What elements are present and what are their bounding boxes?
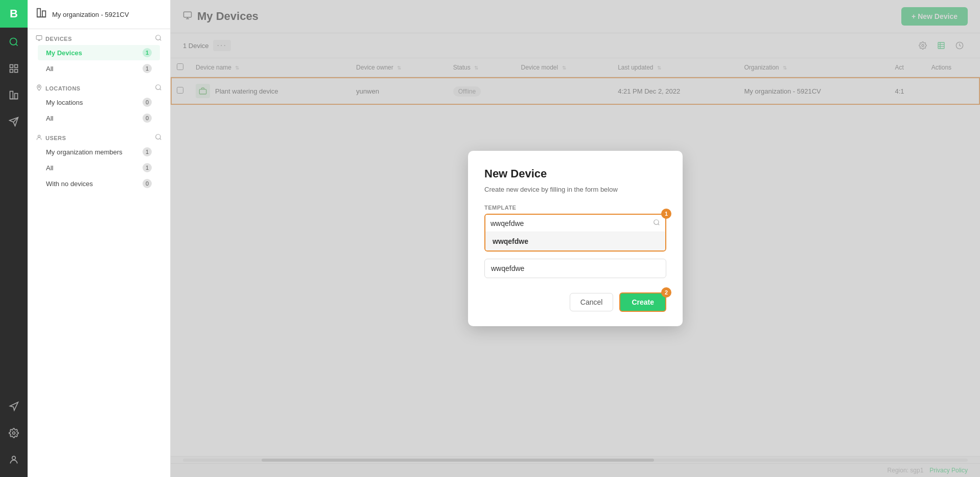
locations-section-title: LOCATIONS [36, 84, 80, 92]
icon-bar-bottom [0, 392, 28, 477]
locations-section-icon [36, 84, 42, 92]
nav-search[interactable] [0, 30, 28, 54]
svg-rect-2 [10, 65, 13, 68]
template-dropdown-item[interactable]: wwqefdwe [485, 232, 665, 251]
all-users-badge: 1 [143, 163, 152, 172]
template-dropdown-wrapper: wwqefdwe [484, 214, 666, 252]
all-locations-badge: 0 [143, 113, 152, 123]
modal-actions: Cancel Create 2 [484, 292, 666, 312]
template-input-row [485, 215, 665, 232]
all-locations-label: All [46, 115, 53, 122]
svg-point-25 [156, 134, 160, 139]
nav-megaphone[interactable] [0, 394, 28, 419]
svg-point-22 [156, 85, 160, 89]
svg-rect-13 [37, 9, 40, 17]
org-name: My organization - 5921CV [52, 11, 129, 18]
step2-badge: 2 [661, 287, 671, 298]
svg-point-19 [156, 35, 160, 40]
svg-line-1 [16, 44, 18, 46]
svg-rect-3 [15, 65, 18, 68]
cancel-button[interactable]: Cancel [570, 293, 614, 311]
all-devices-label: All [46, 65, 53, 73]
org-icon [36, 7, 47, 21]
svg-rect-4 [10, 70, 13, 73]
template-field-label: TEMPLATE [484, 205, 666, 211]
sidebar-item-all-locations[interactable]: All 0 [38, 110, 160, 126]
sidebar-item-all-users[interactable]: All 1 [38, 160, 160, 175]
devices-section-icon [36, 35, 42, 42]
devices-search-icon[interactable] [155, 34, 162, 43]
users-section-icon [36, 134, 42, 142]
svg-line-26 [160, 139, 161, 140]
with-no-devices-badge: 0 [143, 179, 152, 188]
org-header[interactable]: My organization - 5921CV [28, 0, 170, 29]
sidebar: My organization - 5921CV DEVICES My Devi… [28, 0, 171, 477]
sidebar-item-with-no-devices[interactable]: With no devices 0 [38, 176, 160, 191]
sidebar-item-all-devices[interactable]: All 1 [38, 61, 160, 76]
with-no-devices-label: With no devices [46, 180, 93, 188]
template-dropdown-container: wwqefdwe 1 [484, 214, 666, 252]
svg-point-21 [38, 86, 40, 88]
modal-subtitle: Create new device by filling in the form… [484, 186, 666, 193]
my-org-members-label: My organization members [46, 148, 123, 156]
locations-section-header: LOCATIONS [36, 84, 162, 93]
template-search-icon [653, 219, 660, 228]
svg-rect-14 [42, 11, 45, 17]
svg-point-37 [654, 220, 659, 224]
main-content: My Devices + New Device 1 Device ··· [171, 0, 980, 477]
sidebar-item-my-org-members[interactable]: My organization members 1 [38, 144, 160, 160]
svg-rect-7 [15, 94, 18, 99]
svg-rect-6 [10, 92, 13, 99]
modal-title: New Device [484, 167, 666, 180]
my-org-members-badge: 1 [143, 147, 152, 156]
app-logo[interactable]: B [0, 0, 28, 28]
svg-line-20 [160, 39, 161, 41]
my-locations-label: My locations [46, 99, 83, 106]
nav-buildings[interactable] [0, 83, 28, 107]
device-name-input[interactable] [484, 259, 666, 278]
users-search-icon[interactable] [155, 133, 162, 142]
my-devices-badge: 1 [143, 48, 152, 57]
create-button-wrapper: Create 2 [619, 292, 666, 312]
all-users-label: All [46, 164, 53, 172]
svg-line-38 [658, 224, 660, 225]
new-device-modal: New Device Create new device by filling … [468, 151, 683, 326]
locations-search-icon[interactable] [155, 84, 162, 93]
template-search-input[interactable] [491, 219, 653, 228]
svg-rect-5 [15, 70, 18, 73]
nav-send[interactable] [0, 109, 28, 134]
nav-settings-org[interactable] [0, 421, 28, 445]
create-button[interactable]: Create [619, 292, 666, 312]
svg-point-11 [13, 432, 15, 435]
devices-section-title: DEVICES [36, 35, 72, 42]
my-locations-badge: 0 [143, 98, 152, 107]
devices-section: DEVICES My Devices 1 All 1 [28, 29, 170, 79]
nav-settings-user[interactable] [0, 447, 28, 472]
devices-section-header: DEVICES [36, 34, 162, 43]
svg-rect-16 [36, 36, 42, 40]
nav-grid[interactable] [0, 56, 28, 81]
svg-point-0 [10, 38, 17, 45]
svg-line-23 [160, 89, 161, 90]
users-section: USERS My organization members 1 All 1 Wi… [28, 128, 170, 194]
my-devices-label: My Devices [46, 49, 82, 57]
svg-point-24 [38, 135, 40, 137]
modal-overlay[interactable]: New Device Create new device by filling … [171, 0, 980, 477]
step1-badge: 1 [661, 209, 671, 219]
locations-section: LOCATIONS My locations 0 All 0 [28, 79, 170, 128]
sidebar-item-my-locations[interactable]: My locations 0 [38, 95, 160, 110]
icon-bar: B [0, 0, 28, 477]
users-section-header: USERS [36, 133, 162, 142]
users-section-title: USERS [36, 134, 66, 142]
all-devices-badge: 1 [143, 64, 152, 73]
sidebar-item-my-devices[interactable]: My Devices 1 [38, 45, 160, 60]
svg-point-12 [12, 456, 16, 460]
